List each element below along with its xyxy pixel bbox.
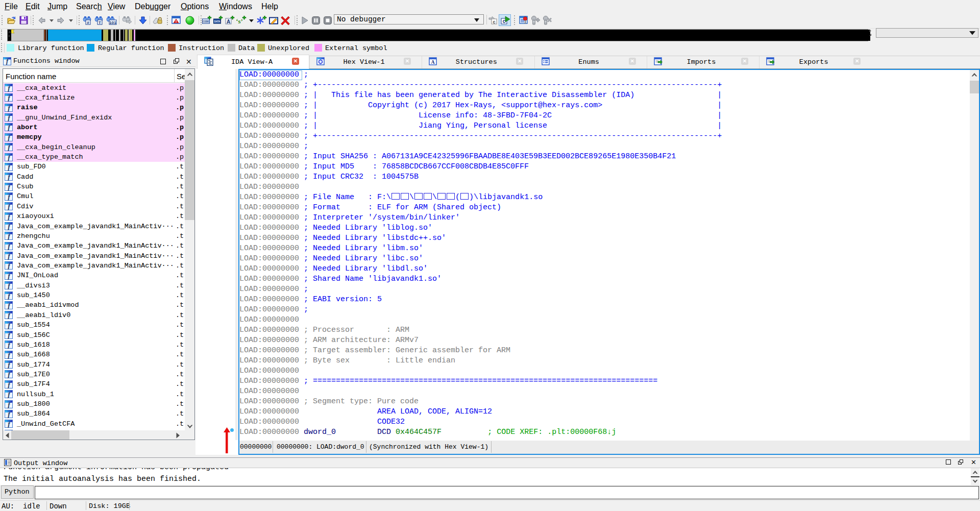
svg-text:A: A — [431, 59, 435, 65]
svg-text:CODE: CODE — [203, 20, 209, 23]
svg-text:DATA: DATA — [214, 20, 221, 23]
svg-text:101: 101 — [109, 20, 116, 25]
svg-text:‘s’: ‘s’ — [236, 17, 243, 25]
svg-text:A: A — [227, 19, 230, 25]
svg-text:#: # — [87, 20, 89, 25]
svg-text:T: T — [99, 20, 101, 25]
svg-text:c: c — [493, 19, 495, 25]
